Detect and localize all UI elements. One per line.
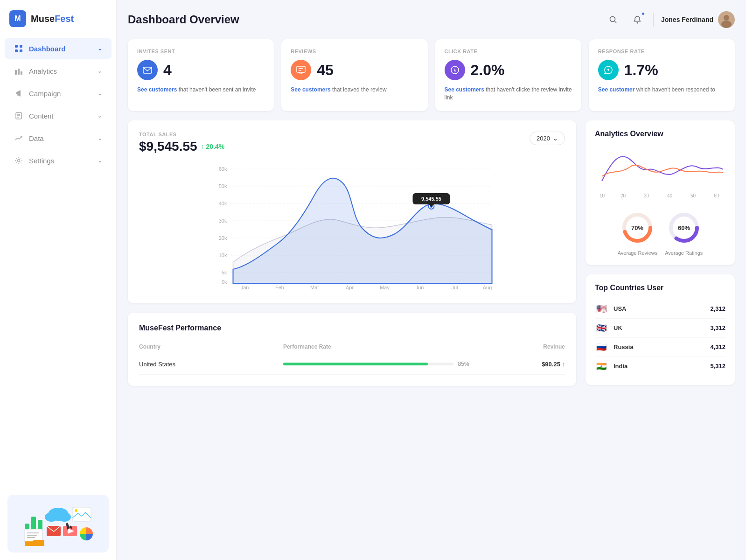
chart-growth: ↑ 20.4% bbox=[201, 143, 225, 150]
perf-revenue: $90.25 ↑ bbox=[473, 354, 565, 374]
sidebar-item-label-dashboard: Dashboard bbox=[29, 45, 65, 53]
stat-link-invites[interactable]: See customers bbox=[137, 86, 177, 93]
stat-desc-response-rate: See customer which haven't been responed… bbox=[598, 86, 725, 94]
logo-name-part1: Muse bbox=[31, 14, 55, 24]
svg-point-16 bbox=[45, 512, 58, 522]
progress-bar-wrap: 85% bbox=[283, 361, 473, 367]
perf-col-rate: Performance Rate bbox=[283, 340, 473, 354]
logo-name-part2: Fest bbox=[55, 14, 74, 24]
flag-uk: 🇬🇧 bbox=[595, 323, 608, 333]
logo: M MuseFest bbox=[0, 0, 116, 37]
svg-text:30: 30 bbox=[644, 193, 649, 198]
svg-point-34 bbox=[721, 21, 732, 28]
stat-link-reviews[interactable]: See customers bbox=[291, 86, 330, 93]
chevron-down-icon: ⌄ bbox=[98, 68, 102, 74]
megaphone-icon bbox=[14, 89, 23, 98]
sidebar-item-content[interactable]: Content ⌄ bbox=[5, 105, 112, 126]
sales-chart-card: TOTAL SALES $9,545.55 ↑ 20.4% 2020 ⌄ bbox=[128, 120, 576, 303]
top-countries-card: Top Countries User 🇺🇸 USA 2,312 🇬🇧 UK 3,… bbox=[586, 274, 735, 385]
sidebar-item-analytics[interactable]: Analytics ⌄ bbox=[5, 61, 112, 81]
svg-point-29 bbox=[610, 17, 615, 22]
stat-link-response-rate[interactable]: See customer bbox=[598, 86, 635, 93]
sidebar-item-label-settings: Settings bbox=[29, 157, 54, 165]
country-count-usa: 2,312 bbox=[710, 305, 725, 312]
sidebar-item-label-data: Data bbox=[29, 134, 44, 142]
svg-text:40k: 40k bbox=[219, 201, 227, 206]
sidebar-item-label-analytics: Analytics bbox=[29, 67, 57, 75]
svg-line-30 bbox=[614, 21, 616, 23]
stat-value-row-invites: 4 bbox=[137, 60, 265, 80]
svg-text:Jul: Jul bbox=[451, 285, 458, 290]
chevron-down-icon: ⌄ bbox=[98, 90, 102, 97]
sidebar-item-dashboard[interactable]: Dashboard ⌄ bbox=[5, 38, 112, 59]
avatar bbox=[718, 11, 735, 28]
perf-country: United States bbox=[139, 354, 283, 374]
stat-number-click-rate: 2.0% bbox=[471, 62, 505, 79]
country-row-uk: 🇬🇧 UK 3,312 bbox=[595, 319, 725, 338]
stat-desc-reviews: See customers that leaved the review bbox=[291, 86, 418, 94]
invite-icon bbox=[137, 60, 158, 80]
sidebar-item-label-campaign: Campaign bbox=[29, 90, 61, 98]
sidebar-item-data[interactable]: Data ⌄ bbox=[5, 128, 112, 148]
year-select[interactable]: 2020 ⌄ bbox=[530, 132, 565, 145]
svg-point-11 bbox=[18, 160, 20, 162]
svg-point-31 bbox=[636, 22, 638, 24]
flag-india: 🇮🇳 bbox=[595, 362, 608, 371]
search-icon[interactable] bbox=[605, 11, 621, 28]
flag-usa: 🇺🇸 bbox=[595, 304, 608, 314]
grid-icon bbox=[14, 44, 23, 53]
svg-text:0k: 0k bbox=[222, 279, 227, 285]
svg-text:50k: 50k bbox=[219, 183, 227, 189]
progress-pct: 85% bbox=[458, 361, 473, 367]
logo-text: MuseFest bbox=[31, 14, 74, 24]
svg-rect-1 bbox=[20, 45, 22, 48]
trending-icon bbox=[14, 133, 23, 143]
stat-card-invites-sent: INVITES SENT 4 See customers that haven'… bbox=[128, 39, 274, 111]
donut-reviews-label: Average Reviews bbox=[618, 250, 657, 256]
svg-text:50: 50 bbox=[690, 193, 696, 198]
stat-value-row-click-rate: 2.0% bbox=[445, 60, 572, 80]
stat-link-click-rate[interactable]: See customers bbox=[445, 86, 484, 93]
performance-card: MuseFest Performance Country Performance… bbox=[128, 313, 576, 386]
country-count-russia: 4,312 bbox=[710, 343, 725, 350]
stat-number-reviews: 45 bbox=[317, 62, 334, 79]
svg-text:Apr: Apr bbox=[346, 285, 354, 290]
file-icon bbox=[14, 111, 23, 120]
performance-title: MuseFest Performance bbox=[139, 324, 565, 332]
svg-text:May: May bbox=[380, 285, 390, 290]
perf-col-country: Country bbox=[139, 340, 283, 354]
page-title: Dashboard Overview bbox=[128, 13, 605, 26]
donut-ratings-label: Average Ratings bbox=[665, 250, 703, 256]
svg-text:10: 10 bbox=[600, 193, 605, 198]
stat-desc-text-reviews: that leaved the review bbox=[331, 86, 387, 93]
header-divider bbox=[653, 13, 654, 27]
svg-text:Mar: Mar bbox=[310, 285, 319, 290]
country-name-india: India bbox=[614, 363, 704, 370]
sidebar-illustration-area bbox=[0, 487, 116, 560]
svg-rect-5 bbox=[18, 69, 20, 75]
svg-text:Jan: Jan bbox=[241, 285, 249, 290]
svg-rect-36 bbox=[297, 66, 305, 72]
chevron-down-icon: ⌄ bbox=[98, 45, 102, 52]
gear-icon bbox=[14, 156, 23, 165]
right-column: Analytics Overview 10 20 30 40 50 60 bbox=[586, 120, 735, 386]
notification-icon[interactable] bbox=[629, 11, 646, 28]
country-row-india: 🇮🇳 India 5,312 bbox=[595, 357, 725, 376]
svg-text:40: 40 bbox=[667, 193, 673, 198]
chevron-down-icon: ⌄ bbox=[98, 157, 102, 164]
flag-russia: 🇷🇺 bbox=[595, 343, 608, 352]
stat-label-invites: INVITES SENT bbox=[137, 49, 265, 54]
performance-table: Country Performance Rate Revinue United … bbox=[139, 340, 565, 375]
stat-number-invites: 4 bbox=[163, 62, 172, 79]
svg-rect-18 bbox=[72, 507, 91, 521]
logo-icon: M bbox=[9, 10, 26, 27]
svg-text:9,545.55: 9,545.55 bbox=[421, 196, 441, 202]
revenue-arrow: ↑ bbox=[562, 361, 565, 368]
stat-value-row-reviews: 45 bbox=[291, 60, 418, 80]
sidebar-item-settings[interactable]: Settings ⌄ bbox=[5, 150, 112, 171]
svg-text:10k: 10k bbox=[219, 252, 227, 258]
sidebar-item-campaign[interactable]: Campaign ⌄ bbox=[5, 83, 112, 104]
donut-chart-ratings: 60% bbox=[665, 209, 703, 246]
header: Dashboard Overview Jones Ferdinand bbox=[128, 11, 735, 28]
user-name: Jones Ferdinand bbox=[661, 16, 713, 23]
